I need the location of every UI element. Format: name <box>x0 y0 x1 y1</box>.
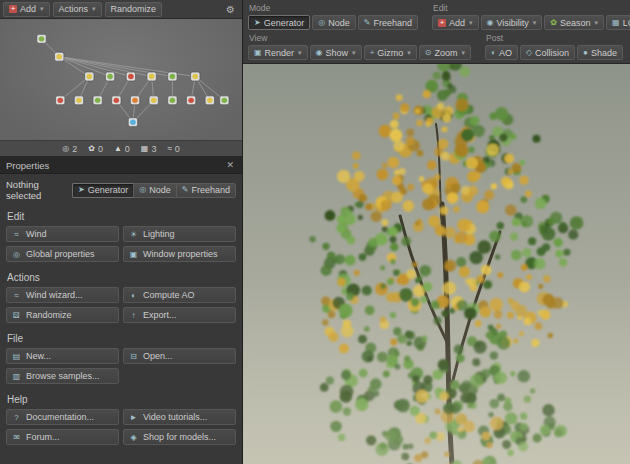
video-tutorials-button[interactable]: ► Video tutorials... <box>123 409 236 425</box>
graph-node[interactable] <box>168 72 177 81</box>
forum-button[interactable]: ✉ Forum... <box>6 429 119 445</box>
close-properties-button[interactable]: ✕ <box>224 160 236 170</box>
dice-icon: ⚄ <box>12 311 21 320</box>
tab-generator[interactable]: ➤ Generator <box>72 183 133 198</box>
tab-freehand[interactable]: ✎ Freehand <box>176 183 236 198</box>
open-button[interactable]: ⊟ Open... <box>123 348 236 364</box>
documentation-button[interactable]: ? Documentation... <box>6 409 119 425</box>
global-properties-button[interactable]: ◎ Global properties <box>6 246 119 262</box>
graph-stat-count: 0 <box>98 144 103 154</box>
node-graph-canvas[interactable] <box>0 19 242 140</box>
section-file: File ▤ New... ⊟ Open... ▥ Browse samples… <box>0 327 242 388</box>
show-button[interactable]: ◉ Show ▾ <box>310 45 362 60</box>
wind-button[interactable]: ≈ Wind <box>6 226 119 242</box>
graph-node[interactable] <box>186 96 195 105</box>
lod-icon: ▦ <box>612 19 620 27</box>
graph-node[interactable] <box>130 96 139 105</box>
season-button[interactable]: ✿ Season ▾ <box>544 15 604 30</box>
cursor-icon: ➤ <box>78 186 85 194</box>
video-icon: ► <box>129 413 138 422</box>
tab-node[interactable]: ◎ Node <box>133 183 176 198</box>
section-edit: Edit ≈ Wind ☀ Lighting ◎ Global properti… <box>0 205 242 266</box>
graph-node[interactable] <box>128 118 137 127</box>
selection-message: Nothing selected <box>6 179 72 201</box>
stat-branch-icon: ≈ <box>167 144 171 153</box>
window-properties-button[interactable]: ▣ Window properties <box>123 246 236 262</box>
viewport-3d[interactable] <box>243 64 630 464</box>
properties-tabs: ➤ Generator ◎ Node ✎ Freehand <box>72 183 236 198</box>
gizmo-button[interactable]: + Gizmo ▾ <box>364 45 417 60</box>
season-leaf-icon: ✿ <box>550 19 557 27</box>
chevron-down-icon: ▾ <box>352 49 356 57</box>
wind-wizard-button[interactable]: ≈ Wind wizard... <box>6 287 119 303</box>
shade-toggle-button[interactable]: ● Shade <box>577 45 623 60</box>
node-icon: ◎ <box>318 19 325 27</box>
graph-node[interactable] <box>220 96 229 105</box>
render-button[interactable]: ▣ Render ▾ <box>248 45 308 60</box>
graph-stat: ◎2 <box>62 144 77 154</box>
graph-stat-count: 2 <box>72 144 77 154</box>
chevron-down-icon: ▾ <box>92 5 96 13</box>
graph-node[interactable] <box>205 96 214 105</box>
add-icon: + <box>438 19 446 27</box>
add-button[interactable]: + Add ▾ <box>3 2 50 17</box>
collision-toggle-button[interactable]: ◇ Collision <box>520 45 575 60</box>
visibility-button[interactable]: ◉ Visibility ▾ <box>481 15 543 30</box>
section-edit-title: Edit <box>7 211 236 222</box>
tree-render <box>243 64 630 464</box>
stat-leaf-icon: ✿ <box>88 144 95 153</box>
export-button[interactable]: ↑ Export... <box>123 307 236 323</box>
graph-node[interactable] <box>191 72 200 81</box>
zoom-button[interactable]: ⊙ Zoom ▾ <box>419 45 471 60</box>
lighting-button[interactable]: ☀ Lighting <box>123 226 236 242</box>
graph-node[interactable] <box>112 96 121 105</box>
edit-group: Edit + Add ▾ ◉ Visibility ▾ <box>432 2 630 30</box>
graph-node[interactable] <box>74 96 83 105</box>
mode-freehand-button[interactable]: ✎ Freehand <box>358 15 418 30</box>
mode-node-button[interactable]: ◎ Node <box>312 15 356 30</box>
section-help: Help ? Documentation... ► Video tutorial… <box>0 388 242 449</box>
graph-stat: ≈0 <box>167 144 179 154</box>
gear-icon: ⚙ <box>226 4 235 15</box>
left-panel: + Add ▾ Actions ▾ Randomize ⚙ ◎2✿0▲0▦3≈0… <box>0 0 243 464</box>
graph-node[interactable] <box>126 72 135 81</box>
graph-node[interactable] <box>55 52 64 61</box>
new-button[interactable]: ▤ New... <box>6 348 119 364</box>
graph-node[interactable] <box>85 72 94 81</box>
randomize-toolbar-button[interactable]: Randomize <box>105 2 163 17</box>
compute-ao-button[interactable]: ◐ Compute AO <box>123 287 236 303</box>
graph-node[interactable] <box>93 96 102 105</box>
ao-icon: ◐ <box>129 291 138 300</box>
viewport-toolbar: Mode ➤ Generator ◎ Node ✎ Freehand <box>243 0 630 64</box>
edit-add-button[interactable]: + Add ▾ <box>432 15 479 30</box>
ao-toggle-button[interactable]: ◐ AO <box>485 45 518 60</box>
section-actions: Actions ≈ Wind wizard... ◐ Compute AO ⚄ … <box>0 266 242 327</box>
app-window: + Add ▾ Actions ▾ Randomize ⚙ ◎2✿0▲0▦3≈0… <box>0 0 630 464</box>
graph-toolbar: + Add ▾ Actions ▾ Randomize ⚙ <box>0 0 242 19</box>
shade-icon: ● <box>583 49 588 57</box>
graph-node[interactable] <box>168 96 177 105</box>
shop-for-models-button[interactable]: ◈ Shop for models... <box>123 429 236 445</box>
randomize-button[interactable]: ⚄ Randomize <box>6 307 119 323</box>
window-icon: ▣ <box>129 250 138 259</box>
browse-samples-button[interactable]: ▥ Browse samples... <box>6 368 119 384</box>
node-graph-panel[interactable] <box>0 19 242 141</box>
graph-edge <box>59 57 131 77</box>
view-label: View <box>249 33 471 43</box>
graph-node[interactable] <box>149 96 158 105</box>
graph-node[interactable] <box>105 72 114 81</box>
lod-button[interactable]: ▦ LOD ▾ <box>606 15 630 30</box>
graph-stat: ✿0 <box>88 144 103 154</box>
mode-group: Mode ➤ Generator ◎ Node ✎ Freehand <box>248 2 418 30</box>
graph-stat-count: 0 <box>175 144 180 154</box>
actions-button[interactable]: Actions ▾ <box>53 2 102 17</box>
stat-tri-icon: ▦ <box>141 144 149 153</box>
graph-node[interactable] <box>147 72 156 81</box>
render-icon: ▣ <box>254 49 262 57</box>
settings-gear-button[interactable]: ⚙ <box>222 2 239 17</box>
properties-title: Properties <box>6 160 49 171</box>
graph-node[interactable] <box>37 34 46 43</box>
graph-node[interactable] <box>56 96 65 105</box>
mode-generator-button[interactable]: ➤ Generator <box>248 15 310 30</box>
properties-panel: Properties ✕ Nothing selected ➤ Generato… <box>0 157 242 464</box>
